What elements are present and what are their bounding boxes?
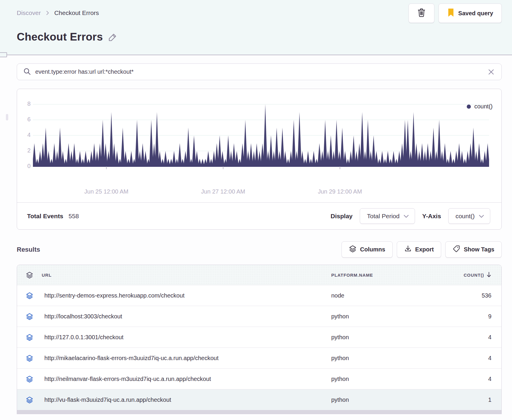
- y-axis-label: 0: [21, 163, 31, 169]
- url-cell[interactable]: http://vu-flask-m3uuizd7iq-uc.a.run.app/…: [42, 397, 331, 403]
- trash-icon: [417, 8, 426, 19]
- yaxis-label: Y-Axis: [422, 213, 441, 220]
- platform-cell: python: [331, 397, 443, 403]
- export-button[interactable]: Export: [397, 241, 441, 258]
- url-cell[interactable]: http://localhost:3003/checkout: [42, 313, 331, 320]
- stack-icon[interactable]: [17, 271, 42, 279]
- chevron-down-icon: [479, 213, 484, 220]
- url-cell[interactable]: http://mikaelacarino-flask-errors-m3uuiz…: [42, 355, 331, 362]
- stack-icon[interactable]: [17, 292, 42, 299]
- yaxis-dropdown[interactable]: count(): [448, 208, 490, 224]
- platform-cell: python: [331, 355, 443, 362]
- chart-svg: [33, 104, 489, 169]
- chart-footer: Total Events 558 Display Total Period Y-…: [17, 202, 501, 229]
- yaxis-dropdown-value: count(): [456, 213, 475, 220]
- page-header: Discover Checkout Errors Saved query Che…: [0, 0, 512, 55]
- display-dropdown-value: Total Period: [367, 213, 400, 220]
- saved-query-button[interactable]: Saved query: [439, 4, 502, 23]
- chart-panel: count() 02468Jun 25 12:00 AMJun 27 12:00…: [17, 89, 502, 230]
- breadcrumb-discover[interactable]: Discover: [17, 9, 41, 16]
- download-icon: [404, 245, 412, 254]
- count-cell: 4: [443, 355, 501, 362]
- platform-cell: python: [331, 376, 443, 382]
- delete-query-button[interactable]: [409, 4, 434, 23]
- y-axis-label: 6: [21, 116, 31, 123]
- edit-pencil-icon[interactable]: [108, 32, 118, 43]
- bookmark-icon: [447, 8, 455, 19]
- y-axis-label: 2: [21, 147, 31, 154]
- count-cell: 4: [443, 376, 501, 382]
- columns-label: Columns: [360, 246, 385, 253]
- platform-cell: python: [331, 313, 443, 320]
- y-axis-label: 8: [21, 100, 31, 107]
- export-label: Export: [415, 246, 434, 253]
- chevron-right-icon: [45, 10, 50, 16]
- table-row[interactable]: http://neilmanvar-flask-errors-m3uuizd7i…: [17, 368, 501, 389]
- url-cell[interactable]: http://127.0.0.1:3001/checkout: [42, 334, 331, 341]
- show-tags-label: Show Tags: [464, 246, 494, 253]
- y-axis-label: 4: [21, 132, 31, 138]
- sort-descending-icon: [486, 272, 491, 278]
- x-axis-label: Jun 29 12:00 AM: [318, 188, 362, 195]
- count-cell: 1: [443, 397, 501, 403]
- table-bottom-edge: [17, 410, 501, 414]
- count-cell: 9: [443, 313, 501, 320]
- x-axis-label: Jun 25 12:00 AM: [84, 188, 128, 195]
- search-bar: [17, 63, 502, 80]
- count-header-label: COUNT(): [464, 273, 484, 278]
- column-header-platform[interactable]: PLATFORM.NAME: [331, 273, 443, 278]
- stack-icon[interactable]: [17, 313, 42, 320]
- results-heading: Results: [17, 246, 40, 253]
- search-input[interactable]: [35, 68, 483, 75]
- results-table: URL PLATFORM.NAME COUNT() http://sentry-…: [17, 265, 502, 414]
- display-dropdown[interactable]: Total Period: [360, 208, 415, 224]
- saved-query-label: Saved query: [458, 10, 493, 17]
- url-cell[interactable]: http://neilmanvar-flask-errors-m3uuizd7i…: [42, 376, 331, 382]
- stack-icon: [349, 245, 357, 254]
- chevron-down-icon: [404, 213, 409, 220]
- table-row[interactable]: http://sentry-demos-express.herokuapp.co…: [17, 285, 501, 306]
- tag-icon: [453, 245, 460, 254]
- stack-icon[interactable]: [17, 375, 42, 383]
- total-events-value: 558: [68, 213, 79, 220]
- breadcrumb: Discover Checkout Errors: [17, 9, 99, 16]
- search-icon: [23, 67, 31, 77]
- count-cell: 4: [443, 334, 501, 341]
- page-title: Checkout Errors: [17, 31, 103, 43]
- platform-cell: python: [331, 334, 443, 341]
- table-row[interactable]: http://127.0.0.1:3001/checkoutpython4: [17, 327, 501, 347]
- x-axis-label: Jun 27 12:00 AM: [201, 188, 245, 195]
- url-cell[interactable]: http://sentry-demos-express.herokuapp.co…: [42, 292, 331, 299]
- column-header-url[interactable]: URL: [42, 273, 331, 278]
- show-tags-button[interactable]: Show Tags: [445, 241, 502, 258]
- close-icon[interactable]: [487, 68, 495, 76]
- table-row[interactable]: http://localhost:3003/checkoutpython9: [17, 306, 501, 327]
- table-row[interactable]: http://mikaelacarino-flask-errors-m3uuiz…: [17, 347, 501, 368]
- stack-icon[interactable]: [17, 334, 42, 341]
- breadcrumb-current: Checkout Errors: [54, 9, 99, 16]
- stack-icon[interactable]: [17, 396, 42, 404]
- columns-button[interactable]: Columns: [342, 241, 393, 258]
- table-row[interactable]: http://vu-flask-m3uuizd7iq-uc.a.run.app/…: [17, 389, 501, 410]
- events-chart[interactable]: 02468Jun 25 12:00 AMJun 27 12:00 AMJun 2…: [21, 104, 501, 202]
- display-label: Display: [331, 213, 353, 220]
- table-header-row: URL PLATFORM.NAME COUNT(): [17, 265, 501, 285]
- column-header-count[interactable]: COUNT(): [443, 272, 501, 278]
- count-cell: 536: [443, 292, 501, 299]
- platform-cell: node: [331, 292, 443, 299]
- total-events-label: Total Events: [27, 213, 63, 220]
- stack-icon[interactable]: [17, 355, 42, 362]
